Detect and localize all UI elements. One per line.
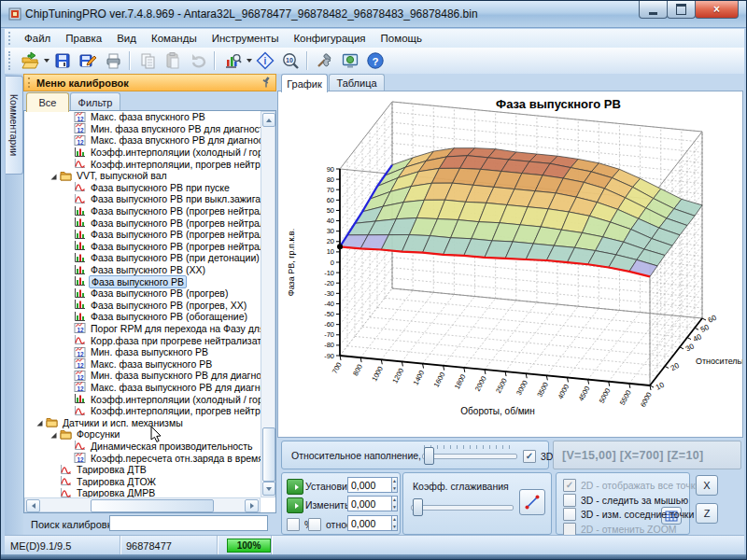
tree-item-label[interactable]: Макс. фаза впускного РВ [89, 111, 207, 122]
checkbox-relative-box[interactable] [308, 518, 321, 531]
tree-item[interactable]: Коэфф.интерполяции (холодный / горячий ) [24, 393, 261, 405]
title-bar[interactable]: ChipTuningPRO ver.7.4.8.969 - Antara32L_… [1, 1, 746, 28]
tree-item[interactable]: Фаза выпускного РВ (обогащение) [24, 311, 261, 323]
tree-item[interactable]: Фаза выпускного РВ (прогрев, ХХ) [24, 300, 261, 312]
tree-item[interactable]: 12Мин. фаза выпускного РВ для диагностик… [24, 370, 261, 382]
tree-item-label[interactable]: Фаза выпускного РВ (прогрев нейтрал., ХХ… [89, 229, 261, 240]
tree-item-label[interactable]: Фаза выпускного РВ (прогрев, ХХ) [89, 300, 248, 311]
tree-item[interactable]: Фаза выпускного РВ (ХХ) [24, 264, 261, 276]
menu-файл[interactable]: Файл [17, 31, 58, 46]
menu-команды[interactable]: Команды [144, 31, 204, 46]
tools-button[interactable] [313, 49, 336, 72]
spin-down-icon[interactable]: ▼ [392, 504, 397, 511]
tree-item-label[interactable]: Фаза выпускного РВ (при детонации) [89, 252, 261, 263]
connect-button[interactable] [338, 49, 361, 72]
tree-item[interactable]: 12Коэфф.пересчета отн.заряда в время впр… [24, 452, 261, 464]
tree-item[interactable]: Фаза выпускного РВ при пуске [24, 182, 261, 194]
search-input[interactable] [109, 515, 268, 531]
checkbox-3d-box[interactable]: ✓ [523, 450, 536, 463]
scroll-up-button[interactable] [262, 113, 275, 127]
smoothing-slider-thumb[interactable] [413, 498, 423, 516]
spin-down-icon[interactable]: ▼ [392, 485, 397, 493]
tree-item[interactable]: Фаза выпускного РВ при выкл.зажигания [24, 193, 261, 205]
tree-item[interactable]: 12Макс. фаза выпускного РВ [24, 357, 261, 370]
tree-item[interactable]: Датчики и исп. механизмы [24, 416, 261, 428]
tree-item-label[interactable]: Тарировка ДМРВ [75, 487, 157, 497]
tree-item[interactable]: Фаза выпускного РВ (при детонации) [24, 252, 261, 264]
tree-item[interactable]: Тарировка ДТВ [24, 464, 261, 476]
spin-down-icon[interactable]: ▼ [392, 524, 397, 531]
tree-item-label[interactable]: Датчики и исп. механизмы [61, 417, 185, 428]
scroll-down-button[interactable] [262, 482, 275, 496]
tab-все[interactable]: Все [26, 92, 69, 112]
tree-item-label[interactable]: Фаза выпускного РВ (прогрев нейтрал., ХХ… [89, 241, 261, 252]
tree-item-label[interactable]: Фаза выпускного РВ (прогрев нейтрал., хо… [89, 217, 261, 229]
tree-item-label[interactable]: Мин. фаза выпускного РВ для диагностики [89, 370, 261, 381]
calibration-tree[interactable]: 12Макс. фаза впускного РВ12Мин. фаза впу… [24, 111, 261, 497]
info-diamond-button[interactable]: i [253, 49, 276, 72]
zoom-10-button[interactable]: 10 [278, 49, 302, 72]
expand-arrow-icon[interactable] [49, 172, 59, 180]
tree-item-label[interactable]: Коэфф.интерполяции (холодный / горячий ) [89, 147, 261, 158]
smoothing-slider-track[interactable] [411, 505, 514, 511]
chart-panel[interactable]: -90-80-70-60-50-40-30-20-100102030405060… [277, 91, 743, 438]
fill-slider-track[interactable] [422, 454, 517, 459]
tree-item[interactable]: 12Мин. фаза выпускного РВ [24, 346, 261, 358]
checkbox-3d[interactable]: ✓3D [523, 450, 553, 463]
vscroll-thumb[interactable] [262, 427, 275, 482]
relative-spinner[interactable]: ▲▼ [391, 515, 398, 531]
save-edit-button[interactable] [76, 49, 99, 72]
tree-item[interactable]: Фаза выпускного РВ (прогрев нейтрал., ХХ… [24, 241, 261, 253]
maximize-button[interactable] [667, 1, 696, 19]
spin-up-icon[interactable]: ▲ [392, 478, 397, 485]
tree-vscrollbar[interactable] [261, 111, 275, 497]
tree-item[interactable]: Тарировка ДТОЖ [24, 475, 261, 487]
set-to-spinner[interactable]: ▲▼ [391, 477, 398, 493]
fill-slider-thumb[interactable] [424, 447, 434, 465]
tree-item-label[interactable]: Порог RPM для перехода на Фазу для режим… [89, 323, 261, 334]
pin-icon[interactable] [261, 76, 272, 90]
tree-item-label[interactable]: Фаза выпускного РВ (ХХ) [89, 264, 207, 275]
menu-вид[interactable]: Вид [109, 31, 144, 46]
print-button[interactable] [101, 49, 124, 72]
open-file-button[interactable] [18, 49, 41, 72]
tree-item-label[interactable]: Фаза выпускного РВ при пуске [89, 182, 232, 193]
tree-item[interactable]: Коэфф.интерполяции, прогрев нейтр. (холо… [24, 158, 261, 170]
help-button[interactable]: ? [363, 49, 387, 72]
tab-таблица[interactable]: Таблица [329, 74, 385, 91]
option-checkbox-1[interactable]: 3D - следить за мышью [563, 494, 688, 507]
tree-item-label[interactable]: Коэфф.пересчета отн.заряда в время впрыс… [89, 453, 261, 464]
minimize-button[interactable] [639, 1, 668, 19]
tree-item-label[interactable]: Коэфф.интерполяции, прогрев нейтр. (холо… [89, 405, 261, 416]
hscroll-thumb[interactable] [91, 499, 214, 512]
tree-item[interactable]: 12Порог RPM для перехода на Фазу для реж… [24, 323, 261, 335]
calibration-panel-header[interactable]: Меню калибровок [23, 74, 276, 91]
checkbox-percent-box[interactable] [287, 518, 300, 531]
tab-фильтр[interactable]: Фильтр [70, 92, 120, 111]
set-to-input[interactable] [347, 477, 391, 493]
tree-item[interactable]: Корр.фаза при прогреве нейтрализатора [24, 334, 261, 346]
tree-item-label[interactable]: Фаза выпускного РВ (прогрев нейтрализато… [89, 205, 261, 217]
change-by-spinner[interactable]: ▲▼ [391, 496, 398, 511]
tree-item-label[interactable]: Коэфф.интерполяции, прогрев нейтр. (холо… [89, 159, 261, 170]
tree-item-label[interactable]: Динамическая производительность [89, 441, 255, 452]
tree-item-label[interactable]: Корр.фаза при прогреве нейтрализатора [89, 335, 261, 346]
z-axis-button[interactable]: Z [696, 503, 718, 524]
tree-item[interactable]: VVT, выпускной вал [24, 170, 261, 182]
change-by-input[interactable] [347, 496, 391, 511]
dropdown-arrow-icon[interactable] [247, 59, 252, 63]
tree-item-label[interactable]: Форсунки [75, 428, 121, 440]
tree-item[interactable]: Фаза выпускного РВ (прогрев нейтрализато… [24, 205, 261, 217]
comments-side-tab[interactable]: Комментарии [6, 76, 23, 175]
tree-item[interactable]: 12Макс. фаза впускного РВ для диагностик… [24, 134, 261, 147]
change-by-spinbox[interactable]: ▲▼ [347, 496, 398, 511]
menu-инструменты[interactable]: Инструменты [204, 31, 287, 46]
spin-up-icon[interactable]: ▲ [392, 516, 397, 524]
tree-item-label[interactable]: Макс. фаза впускного РВ для диагностики [89, 134, 261, 146]
expand-arrow-icon[interactable] [49, 430, 59, 439]
tree-item[interactable]: Динамическая производительность [24, 441, 261, 453]
tree-item-label-selected[interactable]: Фаза выпускного РВ [89, 275, 187, 288]
tree-item[interactable]: Фаза выпускного РВ [24, 275, 261, 287]
tree-item[interactable]: Фаза выпускного РВ (прогрев нейтрал., хо… [24, 217, 261, 229]
checkbox-box[interactable] [563, 508, 576, 521]
